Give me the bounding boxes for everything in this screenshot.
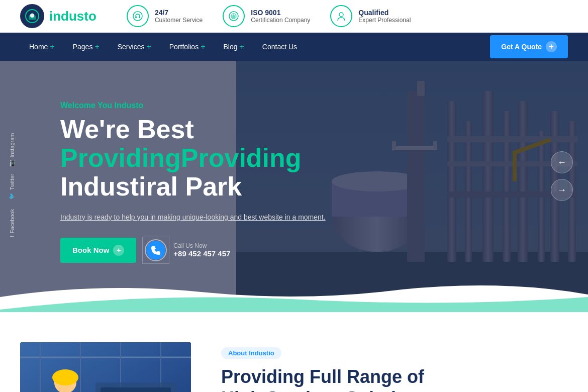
top-bar: industo 24/7 Customer Service ISO 900 <box>0 0 588 33</box>
nav-links: Home + Pages + Services + Portfolios + B… <box>20 33 490 61</box>
hero-next-arrow[interactable]: → <box>551 179 573 201</box>
call-text: Call Us Now +89 452 457 457 <box>173 242 230 258</box>
nav-item-blog[interactable]: Blog + <box>214 33 253 61</box>
hero-content: Welcome You Industo We're Best Providing… <box>60 101 332 263</box>
logo-text: industo <box>49 9 96 24</box>
nav-item-contact[interactable]: Contact Us <box>253 33 306 61</box>
call-icon <box>146 239 168 261</box>
social-instagram[interactable]: 📷 Instagram <box>9 133 16 167</box>
feature-expert: Qualified Expert Professional <box>330 5 411 27</box>
nav-item-services[interactable]: Services + <box>109 33 160 61</box>
iso-icon <box>223 5 245 27</box>
navbar: Home + Pages + Services + Portfolios + B… <box>0 33 588 61</box>
feature-iso: ISO 9001 Certification Company <box>223 5 310 27</box>
about-image-wrap: 20 + Years Experience <box>20 342 191 392</box>
svg-rect-4 <box>139 16 140 18</box>
hero-description: Industry is ready to help you in making … <box>60 212 332 223</box>
nav-item-home[interactable]: Home + <box>20 33 64 61</box>
call-area: Call Us Now +89 452 457 457 <box>146 239 230 261</box>
about-tag: About Industio <box>221 347 281 359</box>
svg-point-38 <box>52 369 78 385</box>
about-image <box>20 342 191 392</box>
svg-point-1 <box>30 14 34 18</box>
svg-point-2 <box>133 12 142 21</box>
about-text: About Industio Providing Full Range of H… <box>221 342 568 392</box>
svg-rect-3 <box>135 16 137 18</box>
expert-icon <box>330 5 352 27</box>
hero-actions: Book Now + Call Us Now +89 452 457 <box>60 238 332 263</box>
book-now-button[interactable]: Book Now + <box>60 238 136 263</box>
feature-expert-text: Qualified Expert Professional <box>358 9 411 24</box>
hero-prev-arrow[interactable]: ← <box>551 151 573 173</box>
below-hero-section: 20 + Years Experience About Industio Pro… <box>0 312 588 392</box>
feature-iso-text: ISO 9001 Certification Company <box>251 9 310 24</box>
hero-wave <box>0 282 588 312</box>
logo-icon <box>20 4 44 28</box>
social-facebook[interactable]: f Facebook <box>9 209 15 237</box>
nav-item-portfolios[interactable]: Portfolios + <box>160 33 215 61</box>
get-quote-button[interactable]: Get A Quote + <box>490 35 568 58</box>
social-twitter[interactable]: 🐦 Twitter <box>9 174 16 200</box>
hero-section: 📷 Instagram 🐦 Twitter f Facebook Welcome… <box>0 61 588 312</box>
svg-rect-45 <box>101 387 171 392</box>
feature-customer-service-text: 24/7 Customer Service <box>155 9 203 24</box>
hero-welcome: Welcome You Industo <box>60 101 332 110</box>
customer-service-icon <box>127 5 149 27</box>
hero-title: We're Best ProvidingProviding Industiral… <box>60 115 332 202</box>
svg-point-7 <box>339 13 343 17</box>
about-title: Providing Full Range of High Services So… <box>221 366 568 392</box>
social-sidebar: 📷 Instagram 🐦 Twitter f Facebook <box>5 61 19 312</box>
logo[interactable]: industo <box>20 4 96 28</box>
feature-customer-service: 24/7 Customer Service <box>127 5 203 27</box>
nav-item-pages[interactable]: Pages + <box>64 33 109 61</box>
